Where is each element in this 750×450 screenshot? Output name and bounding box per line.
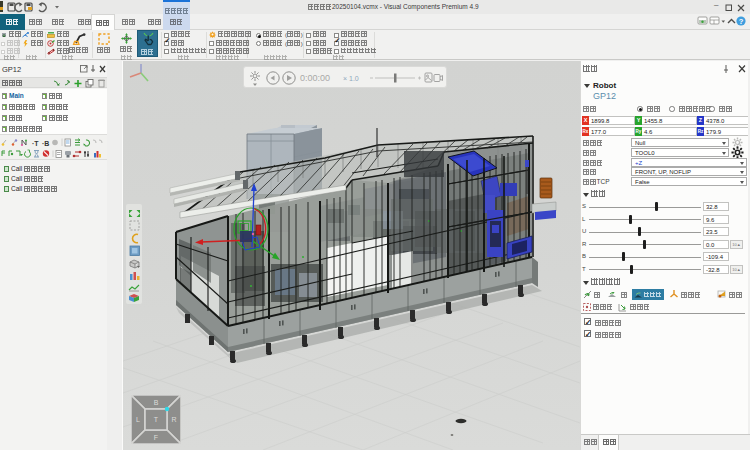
svg-text:·T: ·T: [32, 140, 39, 147]
svg-text:T: T: [154, 416, 159, 423]
svg-text:·B: ·B: [42, 140, 49, 147]
svg-text:× 1.0: × 1.0: [343, 75, 359, 82]
svg-text:R: R: [171, 416, 176, 423]
svg-text:L: L: [136, 416, 140, 423]
svg-text:?: ?: [739, 17, 744, 26]
svg-text:B: B: [154, 399, 159, 406]
svg-text:0:00:00: 0:00:00: [300, 73, 330, 83]
svg-text:F: F: [154, 434, 158, 441]
